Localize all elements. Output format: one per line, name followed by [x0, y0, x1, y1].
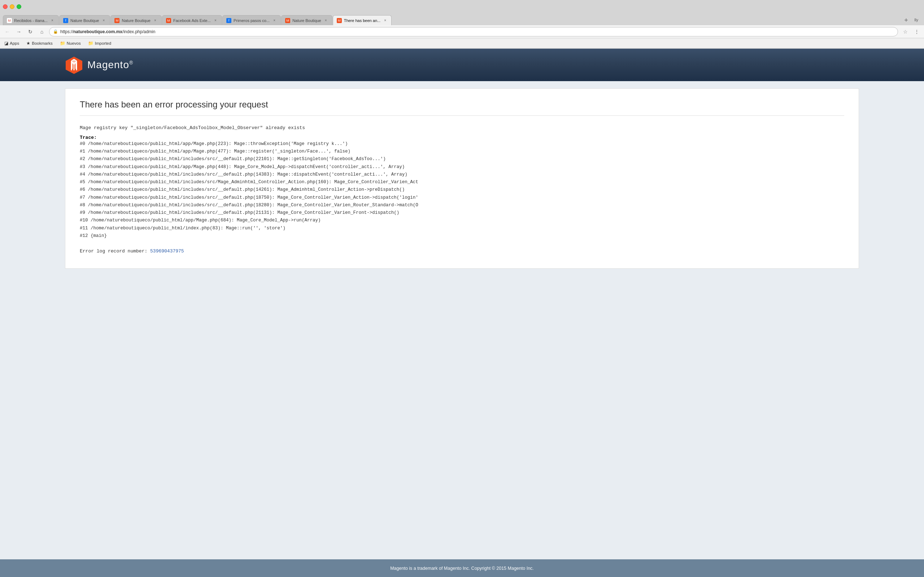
new-tab-button[interactable]: + [901, 15, 911, 25]
page-wrapper: Magento® There has been an error process… [0, 49, 924, 577]
folder-icon-2: 📁 [88, 41, 94, 46]
trace-label: Trace: [80, 135, 844, 140]
trace-line: #6 /home/natureboutiqueco/public_html/in… [80, 186, 844, 193]
tab-tab2[interactable]: f Nature Boutique × [59, 15, 110, 25]
tab-close-button[interactable]: × [50, 18, 55, 23]
forward-button[interactable]: → [15, 27, 23, 36]
traffic-lights [3, 4, 21, 9]
home-button[interactable]: ⌂ [37, 27, 46, 36]
tab-close-button[interactable]: × [153, 18, 158, 23]
address-bar: ← → ↻ ⌂ 🔒 https://natureboutique.com.mx/… [0, 25, 924, 38]
magento-brand-name: Magento® [87, 59, 133, 71]
tabs-bar: M Recibidos - iliana... × f Nature Bouti… [0, 13, 924, 25]
apps-icon: ◪ [4, 41, 8, 46]
tab-title: Nature Boutique [122, 18, 150, 23]
tab-close-button[interactable]: × [323, 18, 328, 23]
tab-tab5[interactable]: f Primeros pasos co... × [222, 15, 281, 25]
tab-favicon: M [115, 18, 120, 23]
tab-favicon: M [337, 18, 342, 23]
error-message: Mage registry key "_singleton/Facebook_A… [80, 124, 844, 132]
bookmark-nuevos[interactable]: 📁 Nuevos [58, 40, 82, 47]
tab-favicon: M [285, 18, 290, 23]
tab-tab6[interactable]: M Nature Boutique × [281, 15, 333, 25]
url-display: https://natureboutique.com.mx/index.php/… [60, 29, 155, 34]
tab-tab3[interactable]: M Nature Boutique × [110, 15, 162, 25]
error-log: Error log record number: 539690437975 [80, 248, 844, 254]
browser-chrome: M Recibidos - iliana... × f Nature Bouti… [0, 0, 924, 49]
browser-menu[interactable]: ⋮ [913, 27, 921, 36]
reload-button[interactable]: ↻ [26, 27, 35, 36]
url-bar[interactable]: 🔒 https://natureboutique.com.mx/index.ph… [49, 27, 898, 36]
bookmark-apps[interactable]: ◪ Apps [3, 40, 21, 47]
tab-title: Nature Boutique [292, 18, 321, 23]
security-icon: 🔒 [53, 29, 58, 34]
tab-tab1[interactable]: M Recibidos - iliana... × [3, 15, 59, 25]
trace-line: #4 /home/natureboutiqueco/public_html/in… [80, 171, 844, 179]
minimize-button[interactable] [10, 4, 15, 9]
close-button[interactable] [3, 4, 8, 9]
tab-favicon: f [63, 18, 68, 23]
maximize-button[interactable] [16, 4, 21, 9]
tab-tab4[interactable]: M Facebook Ads Exte... × [162, 15, 222, 25]
tab-title: Primeros pasos co... [234, 18, 270, 23]
main-content: There has been an error processing your … [65, 89, 859, 269]
magento-logo: Magento® [65, 56, 133, 74]
trace-line: #8 /home/natureboutiqueco/public_html/in… [80, 201, 844, 209]
tab-tab7[interactable]: M There has been an... × [333, 15, 392, 25]
trace-line: #5 /home/natureboutiqueco/public_html/in… [80, 179, 844, 186]
folder-icon: 📁 [60, 41, 65, 46]
magento-logo-icon [65, 56, 83, 74]
trace-line: #7 /home/natureboutiqueco/public_html/in… [80, 194, 844, 201]
tab-title: Facebook Ads Exte... [173, 18, 211, 23]
bookmark-bookmarks[interactable]: ★ Bookmarks [25, 40, 54, 47]
tab-close-button[interactable]: × [101, 18, 106, 23]
tab-favicon: M [7, 18, 12, 23]
tab-close-button[interactable]: × [383, 18, 388, 23]
tab-title: There has been an... [344, 18, 381, 23]
trace-lines: #0 /home/natureboutiqueco/public_html/ap… [80, 140, 844, 240]
bookmarks-bar: ◪ Apps ★ Bookmarks 📁 Nuevos 📁 Imported [0, 38, 924, 48]
magento-header: Magento® [0, 49, 924, 81]
trace-line: #9 /home/natureboutiqueco/public_html/in… [80, 209, 844, 217]
bookmark-star[interactable]: ☆ [901, 27, 909, 36]
trace-line: #0 /home/natureboutiqueco/public_html/ap… [80, 140, 844, 148]
star-icon: ★ [26, 41, 30, 46]
user-profile: lly [912, 16, 921, 23]
error-title: There has been an error processing your … [80, 100, 844, 116]
trace-section: Trace: #0 /home/natureboutiqueco/public_… [80, 135, 844, 240]
trace-line: #1 /home/natureboutiqueco/public_html/ap… [80, 148, 844, 155]
trace-line: #2 /home/natureboutiqueco/public_html/in… [80, 155, 844, 163]
tab-title: Nature Boutique [70, 18, 99, 23]
trace-line: #10 /home/natureboutiqueco/public_html/a… [80, 217, 844, 224]
title-bar [0, 0, 924, 13]
tab-favicon: f [226, 18, 231, 23]
trace-line: #3 /home/natureboutiqueco/public_html/ap… [80, 163, 844, 171]
tab-close-button[interactable]: × [213, 18, 218, 23]
page-footer: Magento is a trademark of Magento Inc. C… [0, 559, 924, 577]
tab-close-button[interactable]: × [272, 18, 277, 23]
bookmark-imported[interactable]: 📁 Imported [87, 40, 113, 47]
tab-title: Recibidos - iliana... [14, 18, 48, 23]
tab-favicon: M [166, 18, 171, 23]
trace-line: #11 /home/natureboutiqueco/public_html/i… [80, 225, 844, 232]
back-button[interactable]: ← [3, 27, 11, 36]
error-log-link[interactable]: 539690437975 [150, 248, 184, 254]
trace-line: #12 {main} [80, 232, 844, 240]
